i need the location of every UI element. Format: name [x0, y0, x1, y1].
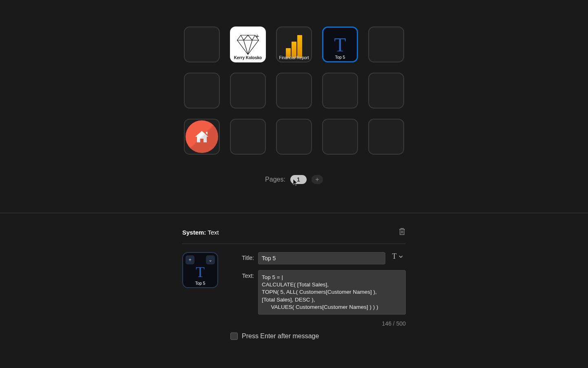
checkbox-row: Press Enter after message	[230, 333, 406, 340]
grid-tile-0[interactable]	[184, 27, 220, 62]
system-label: System: Text	[182, 229, 219, 236]
grid-tile-10[interactable]	[184, 119, 220, 155]
grid-tile-2[interactable]: Financial Report	[276, 27, 312, 62]
panel-body: + ⌄ T Top 5 Title: T Text: Top 5 = | CAL…	[182, 252, 406, 340]
text-input[interactable]: Top 5 = | CALCULATE( [Total Sales], TOPN…	[258, 270, 406, 315]
system-label-value: Text	[208, 229, 219, 236]
title-label: Title:	[230, 252, 254, 261]
grid-tile-5[interactable]	[184, 73, 220, 109]
thumbnail-label: Top 5	[195, 281, 205, 286]
text-row: Text: Top 5 = | CALCULATE( [Total Sales]…	[230, 270, 406, 315]
form-column: Title: T Text: Top 5 = | CALCULATE( [Tot…	[230, 252, 406, 340]
pager: Pages: 1 +	[265, 175, 323, 184]
tile-label: Financial Report	[277, 55, 311, 60]
text-icon: T	[196, 264, 205, 281]
svg-marker-4	[195, 131, 208, 142]
grid-tile-13[interactable]	[322, 119, 358, 155]
grid-tile-4[interactable]	[368, 27, 404, 62]
home-icon	[186, 120, 218, 153]
thumbnail-add-button[interactable]: +	[186, 255, 195, 264]
press-enter-checkbox[interactable]	[230, 333, 238, 340]
grid-tile-11[interactable]	[230, 119, 266, 155]
add-page-button[interactable]: +	[312, 175, 323, 184]
grid-tile-9[interactable]	[368, 73, 404, 109]
char-counter: 146 / 500	[230, 320, 406, 327]
panel-header: System: Text	[182, 227, 406, 244]
grid-tile-8[interactable]	[322, 73, 358, 109]
grid-tile-7[interactable]	[276, 73, 312, 109]
tile-grid: Kerry Kolosko Financial Report T Top 5	[184, 27, 404, 155]
thumbnail-column: + ⌄ T Top 5	[182, 252, 218, 288]
title-row: Title: T	[230, 252, 406, 264]
title-input[interactable]	[258, 252, 385, 264]
tile-label: Top 5	[323, 55, 357, 60]
tile-label: Kerry Kolosko	[231, 55, 265, 60]
text-style-glyph: T	[392, 252, 397, 261]
main-area: Kerry Kolosko Financial Report T Top 5 P	[0, 0, 588, 184]
svg-rect-5	[201, 140, 203, 142]
page-number[interactable]: 1	[290, 175, 307, 184]
powerbi-icon	[286, 33, 302, 58]
svg-marker-0	[237, 40, 259, 55]
text-label: Text:	[230, 270, 254, 279]
pager-label: Pages:	[265, 176, 285, 183]
grid-tile-14[interactable]	[368, 119, 404, 155]
grid-tile-6[interactable]	[230, 73, 266, 109]
delete-button[interactable]	[398, 227, 406, 237]
diamond-icon	[234, 32, 262, 57]
selected-thumbnail[interactable]: + ⌄ T Top 5	[182, 252, 218, 288]
grid-tile-12[interactable]	[276, 119, 312, 155]
text-icon: T	[334, 33, 346, 56]
grid-tile-3[interactable]: T Top 5	[322, 27, 358, 62]
text-style-dropdown[interactable]: T	[389, 252, 406, 261]
thumbnail-dropdown-button[interactable]: ⌄	[206, 255, 215, 264]
system-label-key: System:	[182, 229, 206, 236]
chevron-down-icon	[398, 254, 403, 259]
grid-tile-1[interactable]: Kerry Kolosko	[230, 27, 266, 62]
detail-panel: System: Text + ⌄ T Top 5 Title:	[182, 213, 406, 340]
press-enter-label: Press Enter after message	[242, 333, 319, 340]
svg-marker-6	[206, 132, 208, 135]
